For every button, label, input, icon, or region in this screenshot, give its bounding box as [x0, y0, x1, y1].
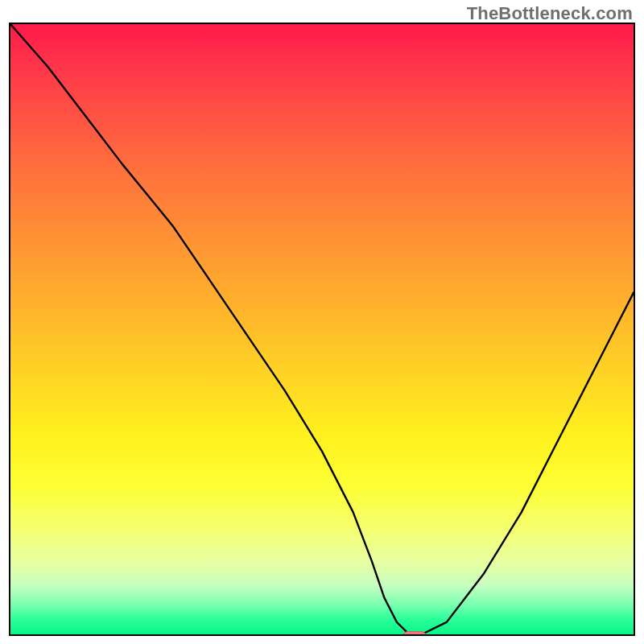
- curve-layer: [10, 24, 634, 634]
- optimum-marker: [402, 631, 427, 636]
- bottleneck-curve-line: [10, 24, 634, 634]
- bottleneck-chart: TheBottleneck.com: [0, 0, 644, 644]
- plot-area: [9, 23, 635, 636]
- watermark-text: TheBottleneck.com: [467, 3, 633, 24]
